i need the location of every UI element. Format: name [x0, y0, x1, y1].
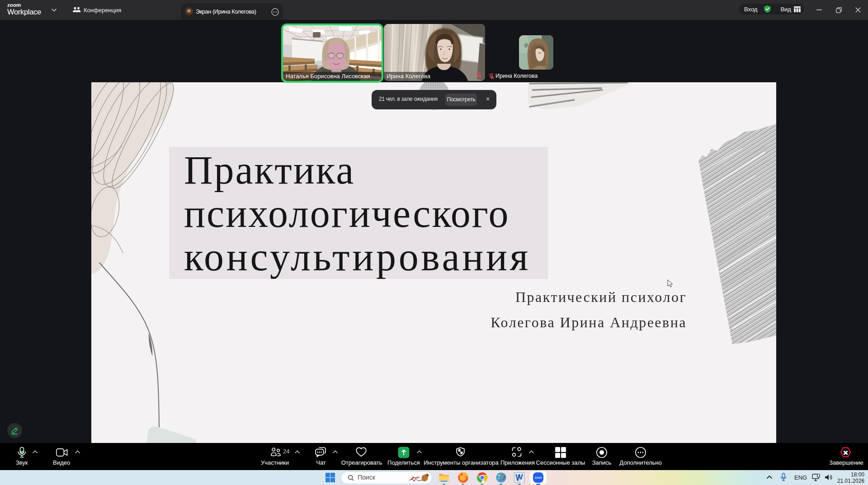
svg-text:zoom: zoom [535, 476, 542, 479]
